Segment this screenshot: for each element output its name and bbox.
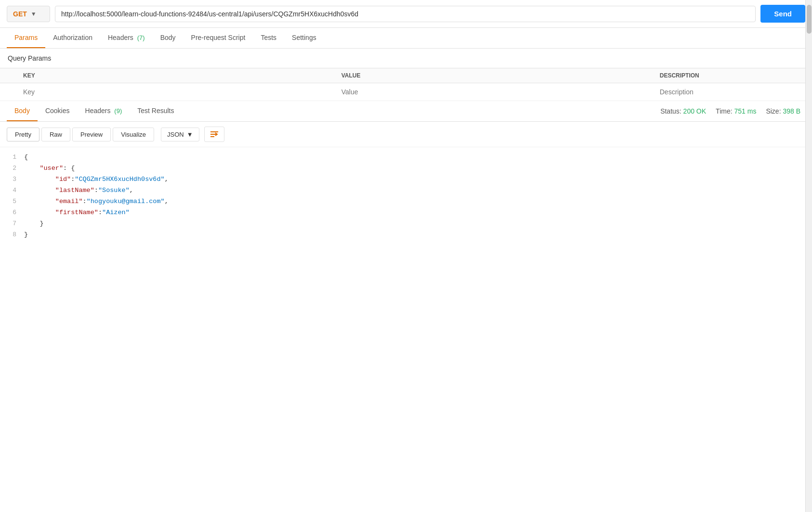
description-input[interactable] [660,88,804,96]
line-6-key: "firstName" [55,207,98,218]
line-5-val: "hogyouku@gmail.com" [87,196,165,207]
params-table: KEY VALUE DESCRIPTION [0,68,812,101]
tab-headers[interactable]: Headers (7) [100,28,153,48]
response-tabs-bar: Body Cookies Headers (9) Test Results St… [0,101,812,122]
json-line-1: 1 { [0,152,812,163]
row-checkbox-cell [0,83,15,101]
line-num-3: 3 [5,174,24,185]
headers-badge: (7) [137,34,145,41]
json-line-8: 8 } [0,230,812,241]
col-key-header: KEY [15,68,334,83]
line-6-val: "Aizen" [102,207,130,218]
tab-settings[interactable]: Settings [284,28,324,48]
line-4-key: "lastName" [55,185,94,196]
size-label: Size: 398 B [766,107,800,115]
json-label: JSON [167,131,184,138]
size-value: 398 B [783,107,800,115]
send-button[interactable]: Send [760,5,805,23]
format-bar: Pretty Raw Preview Visualize JSON ▼ [0,122,812,147]
time-value: 751 ms [734,107,756,115]
json-line-5: 5 "email" : "hogyouku@gmail.com" , [0,196,812,207]
line-5-key: "email" [55,196,83,207]
col-checkbox-header [0,68,15,83]
line-num-8: 8 [5,230,24,240]
line-num-2: 2 [5,163,24,174]
format-visualize-button[interactable]: Visualize [113,128,154,141]
description-cell[interactable] [652,83,812,101]
response-tab-body[interactable]: Body [7,101,38,121]
json-viewer: 1 { 2 "user" : { 3 "id" : "CQGZmr5HX6xuc… [0,147,812,245]
key-input[interactable] [23,88,326,96]
response-tab-headers[interactable]: Headers (9) [78,101,130,121]
format-raw-button[interactable]: Raw [41,128,70,141]
method-chevron: ▼ [31,11,37,17]
line-num-1: 1 [5,152,24,163]
query-params-label: Query Params [0,49,812,68]
json-chevron: ▼ [187,131,193,138]
value-input[interactable] [341,88,644,96]
status-value: 200 OK [683,107,706,115]
method-dropdown[interactable]: GET ▼ [7,6,50,22]
url-input[interactable] [55,6,756,22]
json-line-2: 2 "user" : { [0,163,812,174]
tab-tests[interactable]: Tests [253,28,284,48]
format-preview-button[interactable]: Preview [72,128,111,141]
tab-body[interactable]: Body [153,28,183,48]
wrap-button[interactable] [204,127,224,142]
json-line-4: 4 "lastName" : "Sosuke" , [0,185,812,196]
top-bar: GET ▼ Send [0,0,812,28]
json-line-3: 3 "id" : "CQGZmr5HX6xucHdh0sv6d" , [0,174,812,185]
time-label: Time: 751 ms [716,107,756,115]
method-label: GET [13,10,27,18]
status-label: Status: 200 OK [660,107,706,115]
json-line-6: 6 "firstName" : "Aizen" [0,207,812,218]
json-type-selector[interactable]: JSON ▼ [161,128,199,141]
response-tab-test-results[interactable]: Test Results [130,101,182,121]
response-tab-cookies[interactable]: Cookies [38,101,78,121]
col-value-header: VALUE [334,68,652,83]
line-2-key: "user" [39,163,63,174]
scrollbar-thumb[interactable] [807,5,812,34]
key-cell[interactable] [15,83,334,101]
line-4-val: "Sosuke" [98,185,130,196]
value-cell[interactable] [334,83,652,101]
tab-authorization[interactable]: Authorization [45,28,100,48]
scrollbar-right[interactable] [805,0,812,245]
line-3-val: "CQGZmr5HX6xucHdh0sv6d" [75,174,164,185]
json-line-7: 7 } [0,218,812,230]
line-num-4: 4 [5,185,24,196]
wrap-icon [210,130,219,139]
tab-params[interactable]: Params [7,28,45,48]
line-num-7: 7 [5,218,24,229]
line-3-key: "id" [55,174,71,185]
line-num-5: 5 [5,196,24,207]
request-tabs-bar: Params Authorization Headers (7) Body Pr… [0,28,812,49]
query-params-section: Query Params KEY VALUE DESCRIPTION [0,49,812,101]
table-row [0,83,812,101]
col-desc-header: DESCRIPTION [652,68,812,83]
response-status: Status: 200 OK Time: 751 ms Size: 398 B [660,107,805,115]
response-headers-badge: (9) [114,107,122,115]
line-num-6: 6 [5,207,24,218]
format-pretty-button[interactable]: Pretty [7,128,39,141]
tab-pre-request-script[interactable]: Pre-request Script [183,28,253,48]
line-1-content: { [24,152,28,163]
